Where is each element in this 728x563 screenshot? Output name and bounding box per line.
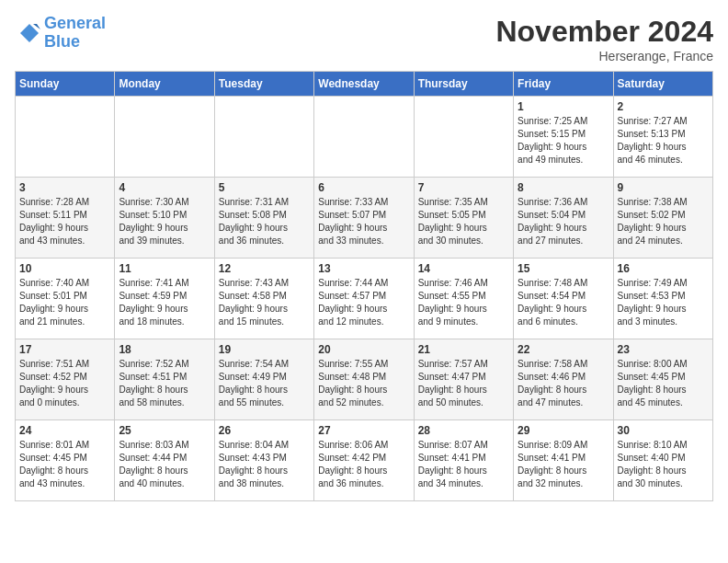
day-cell: 5Sunrise: 7:31 AM Sunset: 5:08 PM Daylig… <box>214 178 313 259</box>
day-number: 9 <box>618 181 709 194</box>
title-block: November 2024 Herserange, France <box>495 15 713 63</box>
week-row-0: 1Sunrise: 7:25 AM Sunset: 5:15 PM Daylig… <box>16 97 713 178</box>
col-header-friday: Friday <box>514 72 613 97</box>
cell-content: Sunrise: 7:33 AM Sunset: 5:07 PM Dayligh… <box>318 196 409 247</box>
day-number: 8 <box>518 181 609 194</box>
day-cell: 4Sunrise: 7:30 AM Sunset: 5:10 PM Daylig… <box>115 178 214 259</box>
day-cell: 12Sunrise: 7:43 AM Sunset: 4:58 PM Dayli… <box>214 259 313 339</box>
day-cell <box>16 97 115 178</box>
day-cell: 7Sunrise: 7:35 AM Sunset: 5:05 PM Daylig… <box>414 178 513 259</box>
col-header-wednesday: Wednesday <box>314 72 414 97</box>
cell-content: Sunrise: 7:40 AM Sunset: 5:01 PM Dayligh… <box>19 277 110 328</box>
col-header-saturday: Saturday <box>613 72 712 97</box>
day-cell: 2Sunrise: 7:27 AM Sunset: 5:13 PM Daylig… <box>613 97 712 178</box>
day-cell: 8Sunrise: 7:36 AM Sunset: 5:04 PM Daylig… <box>514 178 613 259</box>
day-cell: 24Sunrise: 8:01 AM Sunset: 4:45 PM Dayli… <box>16 420 115 501</box>
day-cell: 14Sunrise: 7:46 AM Sunset: 4:55 PM Dayli… <box>414 259 513 339</box>
day-number: 11 <box>119 262 210 275</box>
cell-content: Sunrise: 7:30 AM Sunset: 5:10 PM Dayligh… <box>119 196 210 247</box>
logo: General Blue <box>15 15 106 52</box>
day-cell: 16Sunrise: 7:49 AM Sunset: 4:53 PM Dayli… <box>613 259 712 339</box>
col-header-thursday: Thursday <box>414 72 513 97</box>
cell-content: Sunrise: 7:41 AM Sunset: 4:59 PM Dayligh… <box>119 277 210 328</box>
page-header: General Blue November 2024 Herserange, F… <box>15 15 713 63</box>
day-cell: 25Sunrise: 8:03 AM Sunset: 4:44 PM Dayli… <box>115 420 214 501</box>
day-cell: 27Sunrise: 8:06 AM Sunset: 4:42 PM Dayli… <box>314 420 414 501</box>
day-number: 2 <box>618 100 709 113</box>
logo-icon <box>15 20 40 46</box>
day-number: 4 <box>119 181 210 194</box>
day-number: 18 <box>119 343 210 356</box>
day-cell: 22Sunrise: 7:58 AM Sunset: 4:46 PM Dayli… <box>514 339 613 420</box>
cell-content: Sunrise: 7:43 AM Sunset: 4:58 PM Dayligh… <box>219 277 310 328</box>
cell-content: Sunrise: 7:52 AM Sunset: 4:51 PM Dayligh… <box>119 358 210 409</box>
day-number: 29 <box>518 424 609 437</box>
cell-content: Sunrise: 8:00 AM Sunset: 4:45 PM Dayligh… <box>618 358 709 409</box>
day-number: 13 <box>318 262 409 275</box>
day-number: 30 <box>618 424 709 437</box>
day-cell: 18Sunrise: 7:52 AM Sunset: 4:51 PM Dayli… <box>115 339 214 420</box>
week-row-2: 10Sunrise: 7:40 AM Sunset: 5:01 PM Dayli… <box>16 259 713 339</box>
week-row-4: 24Sunrise: 8:01 AM Sunset: 4:45 PM Dayli… <box>16 420 713 501</box>
day-number: 16 <box>618 262 709 275</box>
cell-content: Sunrise: 7:51 AM Sunset: 4:52 PM Dayligh… <box>19 358 110 409</box>
logo-text: General Blue <box>44 15 106 52</box>
day-cell: 15Sunrise: 7:48 AM Sunset: 4:54 PM Dayli… <box>514 259 613 339</box>
cell-content: Sunrise: 8:10 AM Sunset: 4:40 PM Dayligh… <box>618 439 709 490</box>
day-cell: 9Sunrise: 7:38 AM Sunset: 5:02 PM Daylig… <box>613 178 712 259</box>
cell-content: Sunrise: 7:44 AM Sunset: 4:57 PM Dayligh… <box>318 277 409 328</box>
day-number: 5 <box>219 181 310 194</box>
cell-content: Sunrise: 7:28 AM Sunset: 5:11 PM Dayligh… <box>19 196 110 247</box>
day-cell: 26Sunrise: 8:04 AM Sunset: 4:43 PM Dayli… <box>214 420 313 501</box>
day-cell: 10Sunrise: 7:40 AM Sunset: 5:01 PM Dayli… <box>16 259 115 339</box>
day-number: 6 <box>318 181 409 194</box>
month-title: November 2024 <box>495 15 713 49</box>
day-cell: 23Sunrise: 8:00 AM Sunset: 4:45 PM Dayli… <box>613 339 712 420</box>
week-row-3: 17Sunrise: 7:51 AM Sunset: 4:52 PM Dayli… <box>16 339 713 420</box>
cell-content: Sunrise: 8:09 AM Sunset: 4:41 PM Dayligh… <box>518 439 609 490</box>
cell-content: Sunrise: 7:55 AM Sunset: 4:48 PM Dayligh… <box>318 358 409 409</box>
location: Herserange, France <box>495 49 713 63</box>
day-cell: 17Sunrise: 7:51 AM Sunset: 4:52 PM Dayli… <box>16 339 115 420</box>
day-cell <box>314 97 414 178</box>
day-number: 28 <box>418 424 509 437</box>
day-cell: 13Sunrise: 7:44 AM Sunset: 4:57 PM Dayli… <box>314 259 414 339</box>
cell-content: Sunrise: 7:54 AM Sunset: 4:49 PM Dayligh… <box>219 358 310 409</box>
day-cell <box>214 97 313 178</box>
day-number: 19 <box>219 343 310 356</box>
day-cell: 11Sunrise: 7:41 AM Sunset: 4:59 PM Dayli… <box>115 259 214 339</box>
header-row: SundayMondayTuesdayWednesdayThursdayFrid… <box>16 72 713 97</box>
day-cell <box>414 97 513 178</box>
col-header-sunday: Sunday <box>16 72 115 97</box>
cell-content: Sunrise: 7:49 AM Sunset: 4:53 PM Dayligh… <box>618 277 709 328</box>
day-cell: 30Sunrise: 8:10 AM Sunset: 4:40 PM Dayli… <box>613 420 712 501</box>
cell-content: Sunrise: 7:46 AM Sunset: 4:55 PM Dayligh… <box>418 277 509 328</box>
day-number: 7 <box>418 181 509 194</box>
day-number: 27 <box>318 424 409 437</box>
cell-content: Sunrise: 8:01 AM Sunset: 4:45 PM Dayligh… <box>19 439 110 490</box>
day-cell: 21Sunrise: 7:57 AM Sunset: 4:47 PM Dayli… <box>414 339 513 420</box>
cell-content: Sunrise: 7:36 AM Sunset: 5:04 PM Dayligh… <box>518 196 609 247</box>
cell-content: Sunrise: 7:58 AM Sunset: 4:46 PM Dayligh… <box>518 358 609 409</box>
day-number: 14 <box>418 262 509 275</box>
day-number: 24 <box>19 424 110 437</box>
calendar-table: SundayMondayTuesdayWednesdayThursdayFrid… <box>15 71 713 501</box>
cell-content: Sunrise: 7:57 AM Sunset: 4:47 PM Dayligh… <box>418 358 509 409</box>
day-cell <box>115 97 214 178</box>
day-number: 3 <box>19 181 110 194</box>
day-number: 23 <box>618 343 709 356</box>
day-number: 22 <box>518 343 609 356</box>
col-header-monday: Monday <box>115 72 214 97</box>
cell-content: Sunrise: 8:03 AM Sunset: 4:44 PM Dayligh… <box>119 439 210 490</box>
cell-content: Sunrise: 7:27 AM Sunset: 5:13 PM Dayligh… <box>618 115 709 167</box>
cell-content: Sunrise: 7:25 AM Sunset: 5:15 PM Dayligh… <box>518 115 609 167</box>
day-cell: 29Sunrise: 8:09 AM Sunset: 4:41 PM Dayli… <box>514 420 613 501</box>
day-number: 25 <box>119 424 210 437</box>
col-header-tuesday: Tuesday <box>214 72 313 97</box>
day-cell: 6Sunrise: 7:33 AM Sunset: 5:07 PM Daylig… <box>314 178 414 259</box>
day-number: 26 <box>219 424 310 437</box>
cell-content: Sunrise: 8:07 AM Sunset: 4:41 PM Dayligh… <box>418 439 509 490</box>
day-number: 10 <box>19 262 110 275</box>
day-cell: 20Sunrise: 7:55 AM Sunset: 4:48 PM Dayli… <box>314 339 414 420</box>
day-number: 20 <box>318 343 409 356</box>
